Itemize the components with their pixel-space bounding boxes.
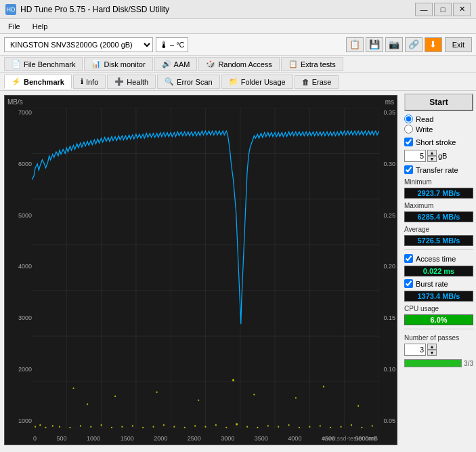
tab-health[interactable]: ➕ Health: [107, 75, 156, 89]
folder-usage-icon: 📁: [229, 77, 238, 86]
svg-point-50: [351, 424, 352, 426]
short-stroke-down-button[interactable]: ▼: [427, 156, 437, 162]
main-content: MB/s ms 7000 6000 5000 4000 3000 2000 10…: [0, 91, 476, 449]
tab-benchmark[interactable]: ⚡ Benchmark: [4, 75, 72, 89]
passes-input[interactable]: [404, 344, 426, 356]
tab-disk-monitor[interactable]: 📊 Disk monitor: [84, 57, 152, 71]
temperature-display: 🌡 – °C: [156, 37, 188, 52]
burst-rate-checkbox[interactable]: [404, 279, 413, 288]
access-time-checkbox[interactable]: [404, 254, 413, 263]
chart-y-label-left: MB/s: [7, 98, 23, 106]
erase-icon: 🗑: [302, 78, 309, 86]
cpu-usage-value: 6.0%: [404, 314, 473, 325]
access-time-value: 0.022 ms: [404, 266, 473, 276]
toolbar-icon-3[interactable]: 📷: [385, 37, 403, 52]
maximum-label: Maximum: [404, 202, 473, 209]
short-stroke-up-button[interactable]: ▲: [427, 150, 437, 156]
maximum-value: 6285.4 MB/s: [404, 211, 473, 222]
chart-area: MB/s ms 7000 6000 5000 4000 3000 2000 10…: [4, 95, 397, 445]
passes-input-row: ▲ ▼: [404, 344, 473, 356]
svg-point-26: [101, 424, 102, 426]
svg-point-23: [69, 427, 70, 428]
svg-point-48: [330, 427, 331, 428]
info-icon: ℹ: [81, 77, 83, 86]
tab-erase[interactable]: 🗑 Erase: [295, 75, 339, 89]
short-stroke-input-row: ▲ ▼ gB: [404, 150, 473, 162]
svg-point-39: [236, 423, 238, 426]
svg-point-43: [278, 426, 279, 427]
tab-file-benchmark[interactable]: 📄 File Benchmark: [4, 57, 83, 71]
short-stroke-checkbox[interactable]: [404, 138, 413, 146]
passes-up-button[interactable]: ▲: [427, 344, 437, 350]
write-radio[interactable]: [404, 125, 413, 133]
progress-row: 3/3: [404, 359, 473, 367]
tab-error-scan[interactable]: 🔍 Error Scan: [157, 75, 220, 89]
menu-file[interactable]: File: [3, 21, 26, 32]
svg-point-30: [142, 427, 144, 428]
drive-selector[interactable]: KINGSTON SNV3S2000G (2000 gB): [4, 37, 153, 52]
progress-bar-wrap: [404, 359, 462, 367]
svg-point-28: [121, 426, 123, 427]
close-button[interactable]: ✕: [453, 3, 471, 16]
access-time-checkbox-row: Access time: [404, 254, 473, 263]
svg-point-42: [267, 425, 269, 426]
minimize-button[interactable]: —: [415, 3, 433, 16]
write-radio-label[interactable]: Write: [404, 125, 473, 133]
toolbar-icon-download[interactable]: ⬇: [425, 37, 442, 52]
short-stroke-value-input[interactable]: [404, 150, 426, 162]
temperature-value: – °C: [170, 41, 185, 49]
aam-icon: 🔊: [162, 60, 171, 68]
svg-point-29: [132, 425, 133, 426]
progress-bar-fill: [405, 360, 461, 367]
svg-point-56: [156, 392, 158, 393]
passes-down-button[interactable]: ▼: [427, 350, 437, 356]
short-stroke-spinner: ▲ ▼: [427, 150, 437, 162]
menu-bar: File Help: [0, 19, 476, 34]
svg-point-33: [173, 426, 175, 427]
svg-point-47: [320, 425, 321, 426]
toolbar-icon-2[interactable]: 💾: [366, 37, 383, 52]
file-benchmark-icon: 📄: [12, 60, 21, 68]
short-stroke-label: Short stroke: [416, 138, 456, 146]
cpu-usage-label: CPU usage: [404, 305, 473, 312]
svg-point-52: [372, 425, 373, 426]
svg-point-46: [309, 426, 310, 427]
health-icon: ➕: [114, 77, 124, 86]
short-stroke-unit: gB: [438, 152, 447, 160]
svg-point-37: [215, 424, 217, 426]
chart-y-label-right: ms: [385, 98, 394, 106]
tab-folder-usage[interactable]: 📁 Folder Usage: [221, 75, 293, 89]
read-radio-label[interactable]: Read: [404, 115, 473, 123]
svg-point-27: [111, 427, 112, 428]
toolbar-icon-1[interactable]: 📋: [346, 37, 364, 52]
svg-point-24: [80, 425, 81, 426]
read-radio[interactable]: [404, 115, 413, 123]
right-panel: Start Read Write Short stroke ▲ ▼ gB: [402, 91, 476, 449]
toolbar-icon-4[interactable]: 🔗: [405, 37, 423, 52]
exit-button[interactable]: Exit: [445, 37, 472, 52]
tab-aam[interactable]: 🔊 AAM: [154, 57, 198, 71]
svg-point-35: [194, 425, 196, 426]
tab-extra-tests[interactable]: 📋 Extra tests: [281, 57, 343, 71]
extra-tests-icon: 📋: [288, 60, 298, 68]
maximize-button[interactable]: □: [434, 3, 452, 16]
menu-help[interactable]: Help: [27, 21, 53, 32]
benchmark-icon: ⚡: [12, 77, 21, 86]
svg-point-51: [361, 427, 362, 428]
svg-point-59: [253, 394, 255, 395]
tab-info[interactable]: ℹ Info: [73, 75, 106, 89]
tab-random-access[interactable]: 🎲 Random Access: [198, 57, 279, 71]
start-button[interactable]: Start: [404, 94, 473, 111]
read-write-group: Read Write: [404, 115, 473, 133]
svg-point-20: [45, 427, 46, 428]
passes-spinner: ▲ ▼: [427, 344, 437, 356]
transfer-rate-label: Transfer rate: [416, 166, 458, 174]
transfer-rate-checkbox[interactable]: [404, 165, 413, 174]
benchmark-chart: [32, 108, 379, 428]
svg-point-25: [90, 426, 91, 427]
short-stroke-checkbox-row: Short stroke: [404, 138, 473, 146]
chart-canvas: [32, 108, 379, 428]
window-controls: — □ ✕: [415, 3, 471, 16]
average-label: Average: [404, 226, 473, 233]
svg-point-62: [358, 405, 359, 407]
